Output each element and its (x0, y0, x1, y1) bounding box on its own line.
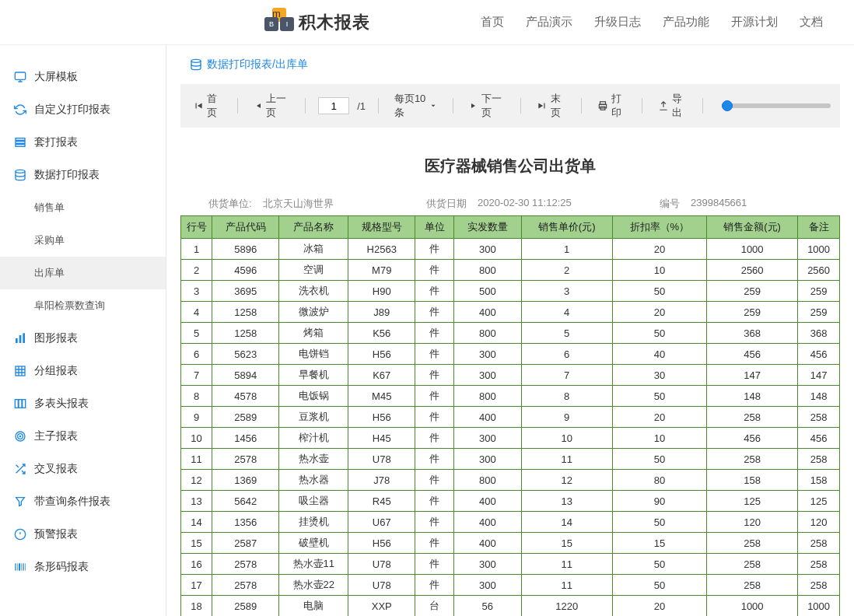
table-cell: 456 (798, 344, 840, 365)
page-size-select[interactable]: 每页10条 (391, 90, 440, 121)
table-cell: 500 (454, 281, 521, 302)
table-cell: 50 (612, 386, 706, 407)
table-cell: 5 (521, 323, 612, 344)
report-title: 医疗器械销售公司出货单 (180, 156, 840, 177)
table-cell: 热水器 (279, 470, 348, 491)
sidebar-item[interactable]: 自定义打印报表 (0, 93, 166, 126)
nav-link[interactable]: 首页 (481, 15, 504, 30)
table-header: 行号 (181, 216, 212, 239)
table-cell: 120 (707, 512, 798, 533)
sidebar-item[interactable]: 带查询条件报表 (0, 485, 166, 518)
table-cell: 2560 (798, 260, 840, 281)
svg-rect-8 (16, 366, 25, 376)
sidebar-item[interactable]: 大屏模板 (0, 61, 166, 93)
table-cell: 3 (181, 281, 212, 302)
sidebar-item-label: 大屏模板 (34, 70, 78, 84)
table-cell: U78 (348, 575, 415, 596)
sidebar-item[interactable]: 分组报表 (0, 355, 166, 387)
table-cell: 1258 (212, 323, 279, 344)
table-cell: 147 (707, 365, 798, 386)
table-cell: 11 (521, 449, 612, 470)
table-cell: 破壁机 (279, 533, 348, 554)
sidebar-item[interactable]: 多表头报表 (0, 387, 166, 420)
table-cell: 56 (454, 596, 521, 617)
svg-rect-1 (16, 138, 25, 141)
table-cell: 18 (181, 596, 212, 617)
brand-text: 积木报表 (299, 11, 370, 34)
last-page-button[interactable]: 末页 (534, 90, 569, 121)
svg-rect-20 (23, 563, 23, 570)
sidebar-subitem[interactable]: 阜阳检票数查询 (0, 289, 166, 322)
table-cell: 4 (181, 302, 212, 323)
table-cell: H56 (348, 407, 415, 428)
logo[interactable]: mBI 积木报表 (264, 8, 370, 37)
sidebar-item[interactable]: 交叉报表 (0, 453, 166, 485)
nav-link[interactable]: 文档 (800, 15, 823, 30)
export-button[interactable]: 导出 (655, 90, 690, 121)
table-cell: 件 (415, 428, 454, 449)
table-cell: 400 (454, 302, 521, 323)
table-row: 135642吸尘器R45件4001390125125 (181, 491, 840, 512)
print-button[interactable]: 打印 (594, 90, 629, 121)
page-input[interactable] (318, 97, 349, 114)
svg-rect-17 (17, 563, 18, 570)
table-cell: 件 (415, 449, 454, 470)
sidebar-subitem[interactable]: 销售单 (0, 191, 166, 224)
sidebar-item[interactable]: 套打报表 (0, 126, 166, 159)
table-cell: 10 (181, 428, 212, 449)
table-cell: 258 (707, 554, 798, 575)
top-nav: 首页产品演示升级日志产品功能开源计划文档 (481, 15, 823, 30)
table-cell: 800 (454, 260, 521, 281)
sidebar-subitem[interactable]: 采购单 (0, 224, 166, 257)
table-cell: 件 (415, 260, 454, 281)
table-cell: 259 (707, 281, 798, 302)
chevron-down-icon (429, 102, 437, 110)
table-header: 产品代码 (212, 216, 279, 239)
nav-link[interactable]: 产品功能 (663, 15, 709, 30)
table-cell: 1356 (212, 512, 279, 533)
breadcrumb: 数据打印报表/出库单 (166, 45, 854, 84)
nav-link[interactable]: 产品演示 (526, 15, 572, 30)
sidebar-item[interactable]: 条形码报表 (0, 551, 166, 583)
table-cell: 456 (707, 344, 798, 365)
sidebar-item[interactable]: 预警报表 (0, 518, 166, 551)
first-page-button[interactable]: 首页 (190, 90, 225, 121)
table-row: 33695洗衣机H90件500350259259 (181, 281, 840, 302)
sidebar-item[interactable]: 数据打印报表 (0, 159, 166, 191)
table-cell: 258 (707, 575, 798, 596)
table-cell: 台 (415, 596, 454, 617)
table-header-row: 行号产品代码产品名称规格型号单位实发数量销售单价(元)折扣率（%）销售金额(元)… (181, 216, 840, 239)
report: 医疗器械销售公司出货单 供货单位:北京天山海世界 供货日期2020-02-30 … (166, 128, 854, 616)
table-row: 15896冰箱H2563件30012010001000 (181, 239, 840, 260)
table-cell: 14 (181, 512, 212, 533)
table-cell: 258 (798, 554, 840, 575)
table-cell: U78 (348, 554, 415, 575)
sidebar-item-label: 阜阳检票数查询 (34, 299, 105, 313)
table-cell: 1000 (707, 239, 798, 260)
table-row: 121369热水器J78件8001280158158 (181, 470, 840, 491)
sidebar-subitem[interactable]: 出库单 (0, 257, 166, 289)
data-table: 行号产品代码产品名称规格型号单位实发数量销售单价(元)折扣率（%）销售金额(元)… (180, 215, 840, 616)
table-cell: 259 (798, 302, 840, 323)
table-cell: 368 (798, 323, 840, 344)
nav-link[interactable]: 开源计划 (731, 15, 778, 30)
table-cell: 挂烫机 (279, 512, 348, 533)
table-cell: 5894 (212, 365, 279, 386)
table-row: 51258烤箱K56件800550368368 (181, 323, 840, 344)
table-cell: 空调 (279, 260, 348, 281)
table-cell: 50 (612, 449, 706, 470)
next-page-button[interactable]: 下一页 (466, 90, 508, 121)
table-cell: 件 (415, 554, 454, 575)
svg-point-22 (191, 59, 201, 62)
table-cell: 400 (454, 533, 521, 554)
nav-link[interactable]: 升级日志 (594, 15, 641, 30)
svg-point-4 (16, 170, 25, 173)
zoom-slider[interactable] (722, 103, 831, 108)
sidebar-item[interactable]: 图形报表 (0, 322, 166, 355)
table-cell: H90 (348, 281, 415, 302)
table-cell: 电饭锅 (279, 386, 348, 407)
prev-page-button[interactable]: 上一页 (250, 90, 292, 121)
sidebar-item-label: 条形码报表 (34, 560, 89, 574)
sidebar-item[interactable]: 主子报表 (0, 420, 166, 453)
table-cell: 9 (181, 407, 212, 428)
